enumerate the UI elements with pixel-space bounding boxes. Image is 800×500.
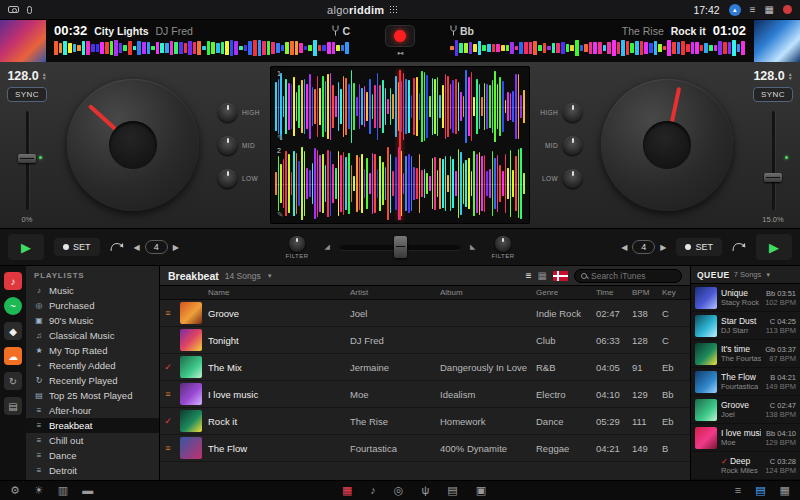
playlist-item[interactable]: ≡ Chill out: [26, 433, 159, 448]
edit-beatgrid-icon[interactable]: ✎: [277, 210, 283, 219]
column-key[interactable]: Key: [662, 288, 686, 297]
playlist-item[interactable]: ♫ Classical Music: [26, 328, 159, 343]
microphone-icon[interactable]: ψ: [421, 485, 429, 496]
bpm-stepper[interactable]: ▲▼: [42, 72, 47, 81]
crossfader-handle[interactable]: [394, 236, 407, 258]
deck-b-overview-waveform[interactable]: [450, 40, 746, 56]
record-indicator-icon[interactable]: [783, 5, 792, 14]
skip-back-icon[interactable]: ◀: [134, 243, 140, 252]
playlist-item[interactable]: + Recently Added: [26, 358, 159, 373]
tracklist-count[interactable]: 14 Songs: [225, 271, 261, 281]
playlist-item[interactable]: ≡ Detroit: [26, 463, 159, 478]
column-genre[interactable]: Genre: [536, 288, 596, 297]
skip-forward-icon[interactable]: ▶: [173, 243, 179, 252]
mic-status-icon[interactable]: [27, 6, 32, 14]
playlist-item[interactable]: ▣ 90's Music: [26, 313, 159, 328]
deck-b-play-button[interactable]: ▶: [756, 234, 792, 260]
record-button[interactable]: [385, 25, 415, 47]
column-bpm[interactable]: BPM: [632, 288, 662, 297]
table-row[interactable]: The Flow Fourtastica 400% Dynamite Regga…: [160, 435, 690, 462]
pitch-handle[interactable]: [764, 173, 782, 182]
skip-forward-icon[interactable]: ▶: [660, 243, 666, 252]
playlist-item[interactable]: ↻ Recently Played: [26, 373, 159, 388]
eq-knob[interactable]: [218, 169, 237, 188]
loop-beats-value[interactable]: 4: [632, 240, 655, 254]
deck-b-sync-button[interactable]: SYNC: [753, 87, 793, 102]
loop-beats-value[interactable]: 4: [145, 240, 168, 254]
search-input[interactable]: [591, 271, 675, 281]
chevron-down-icon[interactable]: ▼: [765, 272, 771, 278]
queue-item[interactable]: Deep Rock Miles C 03:28 124 BPM: [691, 452, 800, 480]
brightness-icon[interactable]: ☀: [34, 485, 44, 496]
decks-icon[interactable]: ◎: [394, 485, 404, 496]
waveform-panel[interactable]: 1 ✎ 2 ✎: [270, 66, 530, 224]
camera-icon[interactable]: ▣: [476, 485, 486, 496]
eq-knob[interactable]: [563, 136, 582, 155]
mixer-panel-icon[interactable]: ▥: [58, 485, 68, 496]
update-icon[interactable]: ▴: [729, 4, 741, 16]
deck-b-pitch-slider[interactable]: [762, 109, 784, 212]
eq-knob[interactable]: [218, 136, 237, 155]
column-time[interactable]: Time: [596, 288, 632, 297]
queue-item[interactable]: The Flow Fourtastica B 04:21 149 BPM: [691, 368, 800, 396]
column-artist[interactable]: Artist: [350, 288, 440, 297]
table-row[interactable]: Tonight DJ Fred Club 06:33 128 C: [160, 327, 690, 354]
table-row[interactable]: [160, 462, 690, 480]
fader-curve-right-icon[interactable]: ◣: [470, 243, 475, 251]
menu-list-icon[interactable]: ≡: [750, 5, 756, 15]
queue-item[interactable]: Unique Stacy Rock Bb 03:51 102 BPM: [691, 284, 800, 312]
skip-back-icon[interactable]: ◀: [621, 243, 627, 252]
column-album[interactable]: Album: [440, 288, 536, 297]
grid-view-icon[interactable]: ▦: [780, 485, 790, 496]
deck-a-filter-knob[interactable]: [289, 236, 305, 252]
flag-icon[interactable]: [553, 271, 568, 281]
eq-knob[interactable]: [563, 169, 582, 188]
queue-panel-icon[interactable]: ▤: [755, 485, 765, 496]
table-row[interactable]: Rock it The Rise Homework Dance 05:29 11…: [160, 408, 690, 435]
deck-a-play-button[interactable]: ▶: [8, 234, 44, 260]
deck-a-jog-wheel[interactable]: [67, 79, 199, 211]
playlist-item[interactable]: ≡ After-hour: [26, 403, 159, 418]
deck-b-cue-jump-icon[interactable]: [732, 242, 746, 252]
edit-beatgrid-icon[interactable]: ✎: [277, 133, 283, 142]
local-files-icon[interactable]: ▤: [4, 397, 22, 415]
table-row[interactable]: Groove Joel Indie Rock 02:47 138 C: [160, 300, 690, 327]
list-view-icon[interactable]: ≡: [526, 271, 532, 281]
queue-item[interactable]: Groove Joel C 02:47 138 BPM: [691, 396, 800, 424]
library-icon[interactable]: ▦: [342, 485, 352, 496]
spotify-icon[interactable]: ~: [4, 297, 22, 315]
playlist-item[interactable]: ▤ Top 25 Most Played: [26, 388, 159, 403]
music-note-icon[interactable]: ♪: [370, 485, 376, 496]
playlist-item[interactable]: ◎ Purchased: [26, 298, 159, 313]
deck-a-pitch-slider[interactable]: [16, 109, 38, 212]
queue-item[interactable]: I love music Moe Bb 04:10 129 BPM: [691, 424, 800, 452]
itunes-icon[interactable]: ♪: [4, 272, 22, 290]
chevron-down-icon[interactable]: ▼: [267, 273, 273, 279]
keyboard-icon[interactable]: ▬: [82, 485, 93, 496]
table-row[interactable]: The Mix Jermaine Dangerously In Love R&B…: [160, 354, 690, 381]
deck-b-filter-knob[interactable]: [495, 236, 511, 252]
fader-curve-left-icon[interactable]: ◢: [325, 243, 330, 251]
column-name[interactable]: Name: [206, 288, 350, 297]
playlist-item[interactable]: ≡ Dance: [26, 448, 159, 463]
eq-knob[interactable]: [218, 103, 237, 122]
grid-view-icon[interactable]: ▦: [538, 271, 547, 281]
soundcloud-icon[interactable]: ☁: [4, 347, 22, 365]
crossfader[interactable]: [336, 234, 464, 260]
playlist-item[interactable]: ≡ Breakbeat: [26, 418, 159, 433]
queue-item[interactable]: Star Dust DJ Starr C 04:25 113 BPM: [691, 312, 800, 340]
automix-icon[interactable]: ▸◂: [398, 49, 403, 57]
table-row[interactable]: I love music Moe Idealism Electro 04:10 …: [160, 381, 690, 408]
folder-icon[interactable]: ▤: [447, 485, 457, 496]
deck-a-cue-jump-icon[interactable]: [110, 242, 124, 252]
queue-count[interactable]: 7 Songs: [734, 270, 762, 279]
eq-knob[interactable]: [563, 103, 582, 122]
song-list-icon[interactable]: ≡: [735, 485, 741, 496]
deck-a-overview-waveform[interactable]: [54, 40, 350, 56]
queue-item[interactable]: It's time The Fourtastica Gb 03:37 87 BP…: [691, 340, 800, 368]
deck-b-jog-wheel[interactable]: [601, 79, 733, 211]
history-icon[interactable]: ↻: [4, 372, 22, 390]
bpm-stepper[interactable]: ▲▼: [788, 72, 793, 81]
deck-a-cue-set-button[interactable]: SET: [54, 238, 100, 256]
deck-a-sync-button[interactable]: SYNC: [7, 87, 47, 102]
